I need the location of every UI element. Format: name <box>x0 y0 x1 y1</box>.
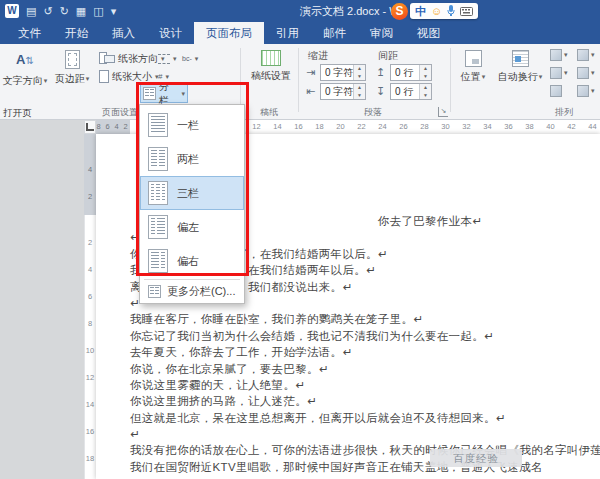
breaks-button[interactable]: ▾ <box>156 50 179 67</box>
save-icon[interactable]: ▤ <box>26 4 36 18</box>
send-backward-icon <box>550 67 562 79</box>
menu-item-left-column[interactable]: 偏左 <box>140 210 244 244</box>
position-button[interactable]: 位置▾ <box>453 47 493 107</box>
rotate-icon <box>577 85 589 97</box>
selection-pane-button[interactable] <box>550 85 562 97</box>
document-title: 演示文档 2.docx - Wo <box>300 4 406 19</box>
right-narrow-column-icon <box>148 249 168 273</box>
paper-size-button[interactable]: 纸张大小▾ <box>97 68 161 85</box>
hyphenation-button[interactable]: bc-▾ <box>180 50 200 67</box>
tab-home[interactable]: 开始 <box>53 22 100 44</box>
tab-review[interactable]: 审阅 <box>358 22 405 44</box>
margins-button[interactable]: 页边距▾ <box>50 47 94 107</box>
menu-separator <box>144 279 240 280</box>
microphone-icon[interactable] <box>447 5 455 17</box>
undo-icon[interactable]: ↺ <box>43 4 52 18</box>
grid-setup-button[interactable]: 稿纸设置 <box>246 47 296 107</box>
word-logo-icon: W <box>5 4 19 18</box>
columns-icon <box>143 87 156 100</box>
selection-pane-icon <box>550 85 562 97</box>
tab-insert[interactable]: 插入 <box>100 22 147 44</box>
one-column-icon <box>148 113 168 137</box>
group-objects-button[interactable]: ▾ <box>577 67 595 79</box>
tab-mailings[interactable]: 邮件 <box>311 22 358 44</box>
spacing-before-icon: ↥ <box>376 65 385 79</box>
page-break-icon <box>158 54 170 64</box>
ime-language-toggle[interactable]: 中 <box>415 3 426 19</box>
window-icon[interactable]: ◫ <box>93 4 103 18</box>
emoji-icon[interactable]: ☺ <box>431 3 442 19</box>
wrap-text-icon <box>512 50 529 67</box>
ribbon-tab-bar: 文件开始插入设计页面布局引用邮件审阅视图 <box>0 22 600 44</box>
rotate-button[interactable]: ▾ <box>577 85 595 97</box>
indent-left-icon: ⇥ <box>306 65 315 79</box>
tab-design[interactable]: 设计 <box>147 22 194 44</box>
watermark: 百度经验 <box>430 449 522 467</box>
menu-item-two-columns[interactable]: 两栏 <box>140 142 244 176</box>
word-window: W ▤↺↻▦◫▾ 演示文档 2.docx - Wo S 中 ☺ 文件开始插入设计… <box>0 0 600 479</box>
group-objects-icon <box>577 67 589 79</box>
manuscript-grid-icon <box>261 50 281 66</box>
vertical-ruler[interactable]: 42 24681012141618 <box>84 134 96 479</box>
left-narrow-column-icon <box>148 215 168 239</box>
partial-tooltip-text: 打开页 <box>3 107 32 120</box>
two-columns-icon <box>148 147 168 171</box>
menu-item-three-columns[interactable]: 三栏 <box>140 176 244 210</box>
orientation-icon <box>99 52 115 65</box>
redo-icon[interactable]: ↻ <box>60 4 69 18</box>
menu-item-one-column[interactable]: 一栏 <box>140 108 244 142</box>
align-icon <box>577 49 589 61</box>
group-label-grid: 稿纸 <box>243 106 295 119</box>
table-icon[interactable]: ▦ <box>76 4 86 18</box>
margins-icon <box>65 50 80 69</box>
title-bar: W ▤↺↻▦◫▾ 演示文档 2.docx - Wo S 中 ☺ <box>0 0 600 22</box>
tab-file[interactable]: 文件 <box>6 22 53 44</box>
bring-forward-icon <box>550 49 562 61</box>
indent-right-icon: ⇤ <box>306 84 315 98</box>
ime-toolbar: S 中 ☺ <box>391 2 478 20</box>
keyboard-icon[interactable] <box>460 7 473 16</box>
tab-view[interactable]: 视图 <box>405 22 452 44</box>
position-icon <box>465 50 482 67</box>
spacing-after-spinner[interactable]: 0 行▲▼ <box>390 83 432 100</box>
columns-button[interactable]: 分栏▾ <box>140 84 188 103</box>
ribbon: A⇅ 文字方向▾ 页边距▾ 纸张方向▾ 纸张大小▾ ▾ #▾ bc-▾ 分栏▾ <box>0 44 600 120</box>
paragraph-dialog-launcher[interactable]: ↘ <box>438 107 448 117</box>
text-direction-button[interactable]: A⇅ 文字方向▾ <box>2 47 48 107</box>
tab-page-layout[interactable]: 页面布局 <box>194 22 264 44</box>
indent-right-spinner[interactable]: 0 字符▲▼ <box>320 83 366 100</box>
more-columns-icon <box>148 285 161 298</box>
customize-quick-access-icon[interactable]: ▾ <box>111 4 117 18</box>
indent-header: 缩进 <box>308 49 328 63</box>
indent-left-spinner[interactable]: 0 字符▲▼ <box>320 64 366 81</box>
three-columns-icon <box>148 181 168 205</box>
wrap-text-button[interactable]: 自动换行▾ <box>495 47 545 107</box>
spacing-after-icon: ↧ <box>376 84 385 98</box>
columns-dropdown-menu: 一栏 两栏 三栏 偏左 偏右 更多分栏(C)... <box>139 104 245 304</box>
tab-references[interactable]: 引用 <box>264 22 311 44</box>
group-label-arrange: 排列 <box>532 106 596 119</box>
align-button[interactable]: ▾ <box>577 49 595 61</box>
sogou-logo-icon[interactable]: S <box>391 3 408 20</box>
quick-access-toolbar: W ▤↺↻▦◫▾ <box>0 4 116 18</box>
menu-item-more-columns[interactable]: 更多分栏(C)... <box>140 281 244 301</box>
text-direction-icon: A⇅ <box>16 50 34 71</box>
paper-size-icon <box>99 70 109 83</box>
spacing-before-spinner[interactable]: 0 行▲▼ <box>390 64 432 81</box>
spacing-header: 间距 <box>378 49 398 63</box>
send-backward-button[interactable]: ▾ <box>550 67 568 79</box>
menu-item-right-column[interactable]: 偏右 <box>140 244 244 278</box>
group-label-paragraph: 段落 <box>302 106 444 119</box>
hyphenation-icon: bc- <box>182 54 192 64</box>
bring-forward-button[interactable]: ▾ <box>550 49 568 61</box>
